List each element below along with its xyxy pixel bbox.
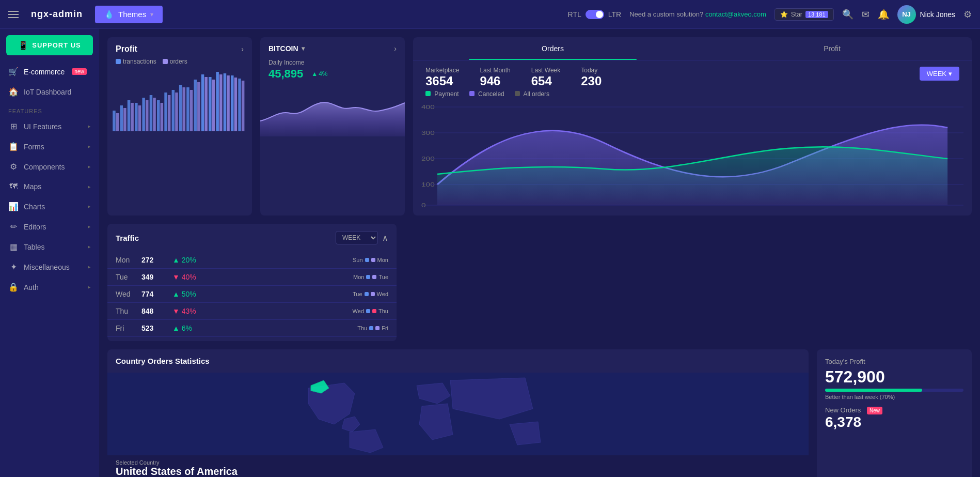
user-area[interactable]: NJ Nick Jones [897, 5, 955, 24]
orders-tabs: Orders Profit [413, 37, 972, 60]
svg-rect-26 [209, 77, 212, 131]
profit-card-chevron[interactable]: › [241, 45, 244, 53]
svg-rect-12 [157, 100, 160, 131]
svg-rect-33 [234, 78, 238, 131]
misc-icon: ✦ [8, 262, 19, 272]
traffic-week-select[interactable]: WEEK MONTH DAY [336, 231, 378, 244]
editors-icon: ✏ [8, 222, 19, 232]
payment-dot [425, 91, 431, 96]
traffic-collapse-icon[interactable]: ∧ [382, 233, 388, 243]
tables-icon: ▦ [8, 242, 19, 252]
sidebar-item-iot-dashboard[interactable]: 🏠 IoT Dashboard [0, 82, 99, 102]
sidebar-item-forms[interactable]: 📋 Forms ▸ [0, 136, 99, 157]
expand-icon: ▸ [88, 183, 91, 190]
sidebar-item-miscellaneous[interactable]: ✦ Miscellaneous ▸ [0, 257, 99, 277]
svg-text:100: 100 [421, 182, 435, 188]
svg-rect-11 [153, 98, 156, 131]
support-button[interactable]: 📱 SUPPORT US [6, 35, 93, 55]
mini-chart-thu: Wed Thu [353, 308, 388, 314]
svg-rect-22 [194, 80, 197, 131]
ui-features-icon: ⊞ [8, 121, 19, 131]
legend-transactions: transactions [116, 58, 156, 65]
week-filter-button[interactable]: WEEK ▾ [920, 67, 959, 81]
mail-icon[interactable]: ✉ [862, 9, 870, 20]
svg-text:400: 400 [421, 104, 435, 111]
svg-text:Wed: Wed [584, 210, 600, 210]
expand-icon: ▸ [88, 203, 91, 210]
star-button[interactable]: ⭐ Star 13,181 [774, 8, 834, 21]
stat-today: Today 230 [581, 67, 602, 88]
table-row: Wed 774 ▲ 50% Tue Wed [107, 286, 397, 303]
sidebar-item-auth[interactable]: 🔒 Auth ▸ [0, 277, 99, 297]
svg-rect-7 [138, 105, 141, 131]
rtl-ltr-switch[interactable] [586, 10, 604, 19]
profit-legend: transactions orders [107, 56, 252, 69]
profit-card-title: Profit [116, 44, 137, 54]
app-layout: 📱 SUPPORT US 🛒 E-commerce new 🏠 IoT Dash… [0, 29, 980, 477]
svg-rect-5 [131, 103, 134, 131]
svg-text:Fri: Fri [742, 210, 751, 210]
traffic-title: Traffic [116, 234, 139, 242]
svg-rect-24 [201, 74, 204, 131]
chevron-down-icon: ▾ [949, 70, 952, 78]
contact-link[interactable]: contact@akveo.com [705, 10, 766, 18]
svg-rect-16 [172, 90, 175, 131]
settings-icon[interactable]: ⚙ [963, 9, 972, 20]
svg-rect-23 [197, 82, 200, 131]
tab-orders[interactable]: Orders [413, 37, 692, 60]
stat-marketplace: Marketplace 3654 [425, 67, 459, 88]
selected-country-name: United States of America [116, 466, 800, 477]
star-icon: ⭐ [780, 11, 788, 18]
table-row: Tue 349 ▼ 40% Mon Tue [107, 269, 397, 286]
sidebar-item-tables[interactable]: ▦ Tables ▸ [0, 237, 99, 257]
components-icon: ⚙ [8, 162, 19, 172]
profit-progress-bar [825, 389, 922, 392]
country-orders-card: Country Orders Statistics [107, 349, 809, 477]
svg-rect-29 [219, 74, 223, 131]
bitcoin-chevron[interactable]: › [394, 44, 397, 53]
todays-profit-value: 572,900 [825, 367, 963, 387]
svg-text:Mon: Mon [430, 210, 445, 210]
sidebar-item-ecommerce[interactable]: 🛒 E-commerce new [0, 61, 99, 82]
search-icon[interactable]: 🔍 [842, 9, 853, 20]
profit-card-header: Profit › [107, 37, 252, 56]
transactions-dot [116, 59, 121, 64]
svg-rect-31 [227, 75, 230, 131]
tab-profit[interactable]: Profit [692, 37, 972, 60]
sidebar-item-maps[interactable]: 🗺 Maps ▸ [0, 177, 99, 196]
sidebar-item-ui-features[interactable]: ⊞ UI Features ▸ [0, 116, 99, 136]
custom-solution-text: Need a custom solution? contact@akveo.co… [629, 10, 766, 18]
svg-rect-10 [150, 95, 153, 131]
country-card-header: Country Orders Statistics [107, 349, 809, 373]
svg-rect-15 [168, 95, 171, 131]
svg-rect-27 [212, 80, 215, 131]
sidebar-item-charts[interactable]: 📊 Charts ▸ [0, 196, 99, 217]
svg-rect-3 [123, 108, 127, 131]
bell-icon[interactable]: 🔔 [878, 9, 889, 20]
legend-orders: orders [163, 58, 187, 65]
ecommerce-icon: 🛒 [8, 67, 19, 76]
charts-icon: 📊 [8, 202, 19, 211]
svg-text:200: 200 [421, 156, 435, 162]
sidebar-item-editors[interactable]: ✏ Editors ▸ [0, 217, 99, 237]
expand-icon: ▸ [88, 243, 91, 250]
svg-rect-13 [161, 103, 164, 131]
traffic-scroll-area[interactable]: Mon 272 ▲ 20% Sun Mon T [107, 252, 397, 341]
expand-icon: ▸ [88, 284, 91, 290]
svg-text:Tue: Tue [508, 210, 521, 210]
hamburger-menu[interactable] [8, 11, 19, 18]
svg-rect-20 [186, 87, 189, 131]
bitcoin-dropdown[interactable]: ▾ [302, 45, 305, 52]
canceled-dot [469, 91, 475, 96]
canceled-legend: Canceled [469, 90, 504, 98]
new-badge: new [72, 68, 86, 75]
svg-rect-34 [238, 79, 241, 131]
profit-bar-label: Better than last week (70%) [825, 394, 963, 400]
svg-text:Sat: Sat [818, 210, 830, 210]
bitcoin-chart [260, 85, 405, 136]
themes-button[interactable]: 💧 Themes ▾ [95, 6, 163, 23]
auth-icon: 🔒 [8, 282, 19, 292]
sidebar-item-components[interactable]: ⚙ Components ▸ [0, 157, 99, 177]
svg-text:0: 0 [421, 203, 426, 209]
new-orders-value: 6,378 [825, 414, 963, 430]
